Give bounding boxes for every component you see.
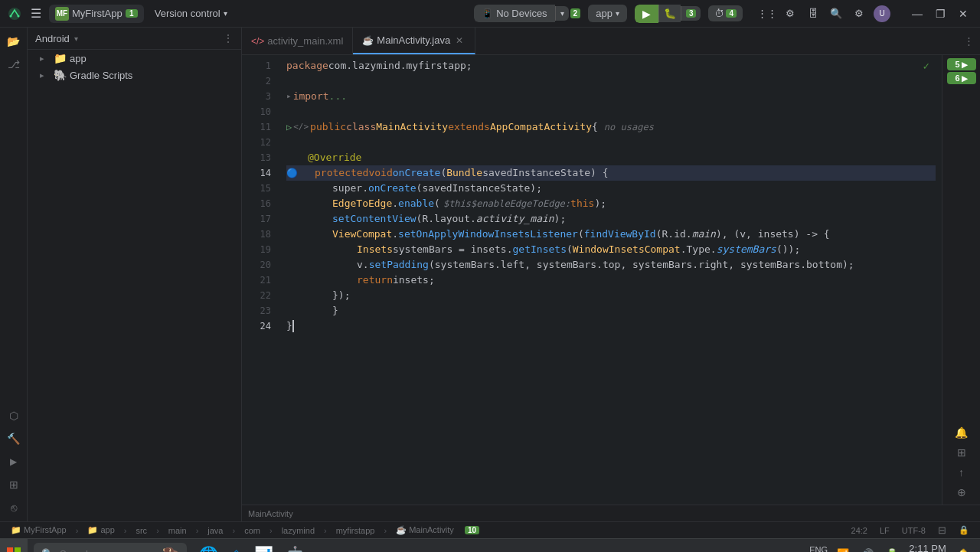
plugins-icon: ⬡ bbox=[9, 410, 18, 422]
profiler-badge: 4 bbox=[726, 9, 737, 18]
app-selector-button[interactable]: app ▾ bbox=[588, 5, 627, 22]
debug-gutter-icon[interactable]: 🔵 bbox=[286, 165, 298, 181]
windows-search-bar[interactable]: 🔍 Search 🦬 bbox=[34, 543, 187, 553]
project-panel-title: Android bbox=[35, 33, 70, 44]
db-button[interactable]: 🗄 bbox=[802, 3, 824, 24]
hamburger-menu-button[interactable]: ☰ bbox=[28, 5, 44, 22]
code-line-18: ViewCompat.setOnApplyWindowInsetsListene… bbox=[286, 227, 936, 242]
breadcrumb-lazymind[interactable]: lazymind bbox=[277, 526, 319, 535]
breadcrumb-src[interactable]: src bbox=[131, 526, 152, 535]
sidebar-item-build[interactable]: 🔨 bbox=[3, 428, 24, 449]
position-indicator[interactable]: 24:2 bbox=[847, 526, 872, 535]
tab-more-button[interactable]: ⋮ bbox=[958, 35, 980, 47]
gutter-badge-5-value: 5 bbox=[955, 60, 959, 69]
battery-icon[interactable]: 🔋 bbox=[881, 544, 903, 553]
search-button[interactable]: 🔍 bbox=[825, 3, 847, 24]
panel-more-button[interactable]: ⋮ bbox=[223, 32, 234, 44]
close-button[interactable]: ✕ bbox=[952, 3, 974, 24]
device-chevron-icon: ▾ bbox=[560, 9, 564, 18]
class-fold-arrow[interactable]: </> bbox=[293, 119, 309, 135]
coverage-button[interactable]: ⚙ bbox=[779, 3, 801, 24]
diff-gutter-icon[interactable]: ⊞ bbox=[952, 443, 971, 462]
gutter-badge-5[interactable]: 5 ▶ bbox=[947, 58, 976, 70]
gradle-fold-arrow[interactable]: ▸ bbox=[40, 70, 49, 80]
debug-button[interactable]: 🐛 bbox=[658, 5, 681, 22]
edge-icon: 🌐 bbox=[199, 545, 218, 553]
taskbar-powerpoint[interactable]: 📊 bbox=[248, 545, 279, 553]
project-panel-header: Android ▾ ⋮ bbox=[28, 28, 241, 50]
run-button[interactable]: ▶ bbox=[635, 5, 658, 23]
notification-bell[interactable]: 🔔 bbox=[952, 544, 974, 553]
clock[interactable]: 2:11 PM 11/2/2024 bbox=[906, 543, 949, 552]
sidebar-item-run[interactable]: ▶ bbox=[3, 451, 24, 472]
project-badge: 1 bbox=[126, 9, 138, 18]
vcs-status-icon[interactable]: 🔒 bbox=[954, 525, 974, 535]
breadcrumb-myfirstapp[interactable]: myfirstapp bbox=[332, 526, 380, 535]
indent-icon: ⊟ bbox=[938, 524, 946, 536]
tree-item-gradle[interactable]: ▸ 🐘 Gradle Scripts bbox=[28, 67, 241, 83]
app-label: app bbox=[596, 8, 612, 19]
breadcrumb-app[interactable]: 📁 app bbox=[83, 525, 119, 535]
powerpoint-icon: 📊 bbox=[254, 545, 273, 553]
sidebar-item-project[interactable]: 📂 bbox=[3, 31, 24, 52]
sidebar-item-dependencies[interactable]: ⊞ bbox=[3, 474, 24, 495]
tab-close-button[interactable]: ✕ bbox=[453, 34, 466, 47]
breadcrumb-mainactivity[interactable]: ☕ MainActivity bbox=[391, 525, 459, 535]
run-more-button[interactable]: 3 bbox=[681, 6, 701, 21]
breadcrumb-com[interactable]: com bbox=[240, 526, 265, 535]
breadcrumb-badge: 10 bbox=[465, 526, 479, 534]
taskbar-edge[interactable]: 🌐 bbox=[193, 545, 224, 553]
windows-start-button[interactable] bbox=[0, 539, 28, 553]
project-selector[interactable]: MF MyFirstApp 1 bbox=[49, 5, 144, 23]
encoding-indicator[interactable]: UTF-8 bbox=[897, 526, 930, 535]
maximize-button[interactable]: ❐ bbox=[929, 3, 951, 24]
volume-icon[interactable]: 🔊 bbox=[857, 544, 878, 553]
profiler-button[interactable]: ⏱ 4 bbox=[708, 5, 743, 21]
line-num-13: 13 bbox=[242, 150, 280, 165]
sidebar-item-git[interactable]: ⎋ bbox=[3, 497, 24, 518]
tab-activity-main-xml[interactable]: </> activity_main.xml bbox=[242, 28, 353, 54]
line-num-11: 11 bbox=[242, 119, 280, 135]
taskbar-androidstudio[interactable]: 🤖 bbox=[279, 545, 311, 553]
device-selector-button[interactable]: 📱 No Devices bbox=[474, 5, 554, 22]
breadcrumb-java[interactable]: java bbox=[203, 526, 227, 535]
run-gutter-icon[interactable]: ▷ bbox=[286, 119, 292, 135]
breadcrumb-sep-7: › bbox=[324, 526, 327, 535]
taskbar-vscode[interactable]: ◈ bbox=[224, 545, 248, 553]
locale-lang: ENG bbox=[809, 545, 828, 552]
commits-action-button[interactable]: ⋮⋮ bbox=[756, 3, 778, 24]
gutter-badge-6[interactable]: 6 ▶ bbox=[947, 72, 976, 84]
indentation-icon[interactable]: ⊟ bbox=[933, 524, 951, 536]
wifi-icon[interactable]: 📶 bbox=[832, 544, 854, 553]
breadcrumb-sep-4: › bbox=[196, 526, 199, 535]
locale-button[interactable]: ENG US bbox=[808, 544, 829, 553]
code-line-22: }); bbox=[286, 288, 936, 303]
line-ending-indicator[interactable]: LF bbox=[875, 526, 894, 535]
db-icon: 🗄 bbox=[808, 8, 818, 19]
line-num-21: 21 bbox=[242, 273, 280, 288]
vcs-button[interactable]: Version control ▾ bbox=[149, 5, 234, 21]
minimize-button[interactable]: — bbox=[906, 3, 928, 24]
editor-content[interactable]: 1 2 3 10 11 12 13 14 15 16 17 18 19 20 2… bbox=[242, 55, 980, 505]
android-chevron-icon[interactable]: ▾ bbox=[74, 34, 78, 43]
tree-item-app[interactable]: ▸ 📁 app bbox=[28, 50, 241, 67]
vcs-gutter-icon[interactable]: ↑ bbox=[952, 463, 971, 482]
sidebar-item-plugins[interactable]: ⬡ bbox=[3, 405, 24, 426]
user-avatar[interactable]: U bbox=[871, 3, 893, 24]
breadcrumb-project-icon: 📁 bbox=[11, 525, 21, 534]
search-icon: 🔍 bbox=[830, 8, 842, 19]
app-fold-arrow[interactable]: ▸ bbox=[40, 54, 49, 64]
expand-gutter-icon[interactable]: ⊕ bbox=[952, 483, 971, 501]
notifications-gutter-icon[interactable]: 🔔 bbox=[952, 423, 971, 442]
code-line-15: super.onCreate(savedInstanceState); bbox=[286, 181, 936, 196]
breadcrumb-project[interactable]: 📁 MyFirstApp bbox=[6, 525, 71, 535]
tab-mainactivity-java[interactable]: ☕ MainActivity.java ✕ bbox=[353, 28, 475, 54]
code-editor[interactable]: package com.lazymind.myfirstapp; ✓ ▸ imp… bbox=[280, 55, 942, 505]
settings-button[interactable]: ⚙ bbox=[848, 3, 870, 24]
sidebar-item-commits[interactable]: ⎇ bbox=[3, 54, 24, 75]
device-dropdown-button[interactable]: ▾ bbox=[555, 6, 569, 21]
androidstudio-taskbar-icon: 🤖 bbox=[286, 545, 305, 553]
import-fold-arrow[interactable]: ▸ bbox=[286, 89, 292, 104]
breadcrumb-main[interactable]: main bbox=[164, 526, 191, 535]
svg-rect-4 bbox=[15, 547, 21, 553]
